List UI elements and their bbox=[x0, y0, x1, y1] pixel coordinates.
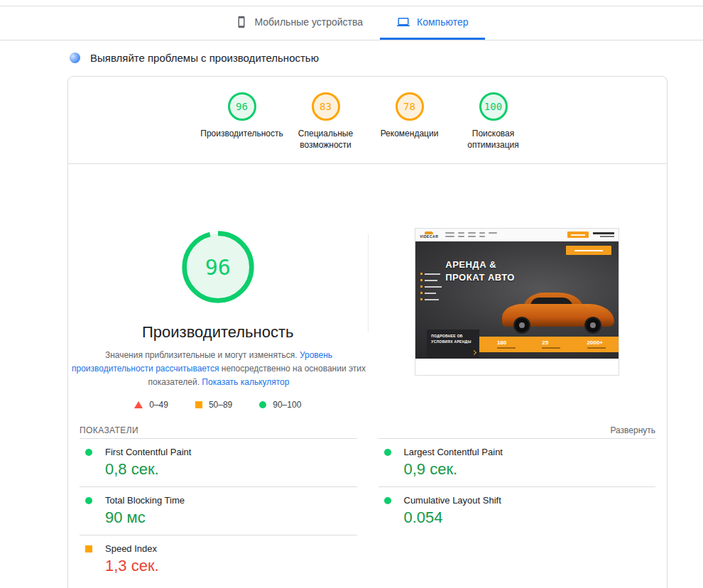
metric-name: First Contentful Paint bbox=[105, 447, 191, 457]
poor-triangle-icon bbox=[134, 401, 143, 408]
average-square-icon bbox=[195, 401, 202, 408]
metric-value: 1,3 сек. bbox=[105, 557, 357, 575]
performance-gauge: 96 bbox=[180, 229, 256, 305]
metric-speed-index: Speed Index 1,3 сек. bbox=[80, 535, 357, 583]
metric-value: 90 мс bbox=[105, 509, 357, 526]
site-nav bbox=[445, 232, 563, 237]
car-image bbox=[502, 290, 614, 334]
score-best-practices[interactable]: 78 Рекомендации bbox=[370, 92, 449, 151]
performance-description: Значения приблизительные и могут изменят… bbox=[68, 349, 369, 388]
gauge-score: 96 bbox=[180, 229, 256, 305]
metric-empty-cell bbox=[378, 535, 656, 583]
tab-mobile[interactable]: Мобильные устройства bbox=[218, 6, 381, 40]
device-tabbar: Мобильные устройства Компьютер bbox=[0, 6, 703, 40]
legend-poor: 0–49 bbox=[134, 400, 168, 410]
score-label: Поисковая оптимизация bbox=[454, 128, 533, 151]
metric-name: Largest Contentful Paint bbox=[404, 447, 503, 457]
score-label: Специальные возможности bbox=[286, 128, 366, 151]
performance-report: 96 Производительность Значения приблизит… bbox=[68, 164, 667, 417]
report-card: 96 Производительность 83 Специальные воз… bbox=[67, 76, 667, 588]
score-label: Производительность bbox=[200, 128, 283, 139]
site-logo-text: VIDECAR bbox=[420, 235, 438, 239]
metric-value: 0.054 bbox=[404, 509, 656, 526]
score-circle: 78 bbox=[396, 92, 424, 121]
legend-average: 50–89 bbox=[195, 400, 232, 410]
page-heading: Выявляйте проблемы с производительностью bbox=[90, 52, 319, 64]
show-calculator-link[interactable]: Показать калькулятор bbox=[202, 377, 289, 387]
metric-name: Speed Index bbox=[105, 544, 157, 554]
metric-name: Cumulative Layout Shift bbox=[404, 496, 501, 506]
category-scores-row: 96 Производительность 83 Специальные воз… bbox=[68, 77, 667, 164]
site-headline: АРЕНДА & ПРОКАТ АВТО bbox=[445, 258, 515, 283]
metric-value: 0,8 сек. bbox=[105, 461, 357, 478]
good-circle-icon bbox=[85, 449, 92, 456]
site-cta-button bbox=[566, 246, 611, 255]
site-stat: 180 bbox=[497, 340, 516, 349]
metrics-title: ПОКАЗАТЕЛИ bbox=[80, 425, 138, 435]
good-circle-icon bbox=[384, 449, 391, 456]
score-label: Рекомендации bbox=[381, 128, 439, 139]
site-side-menu bbox=[420, 273, 442, 300]
legend-label: 50–89 bbox=[209, 400, 232, 410]
desktop-icon bbox=[397, 16, 410, 28]
score-seo[interactable]: 100 Поисковая оптимизация bbox=[454, 92, 533, 151]
tab-label: Мобильные устройства bbox=[255, 16, 364, 28]
mobile-icon bbox=[235, 16, 248, 28]
site-header: VIDECAR bbox=[415, 229, 618, 241]
site-logo: VIDECAR bbox=[420, 232, 438, 239]
score-accessibility[interactable]: 83 Специальные возможности bbox=[286, 92, 366, 151]
expand-button[interactable]: Развернуть bbox=[610, 425, 655, 435]
screenshot-column: VIDECAR bbox=[368, 164, 667, 410]
tab-label: Компьютер bbox=[417, 16, 468, 28]
score-circle: 96 bbox=[228, 92, 256, 121]
top-divider bbox=[0, 0, 703, 6]
site-info-box: ПОДРОБНЕЕ ОБ УСЛОВИЯХ АРЕНДЫ bbox=[427, 330, 479, 358]
metrics-section-header: ПОКАЗАТЕЛИ Развернуть bbox=[80, 425, 655, 435]
description-text: Значения приблизительные и могут изменят… bbox=[105, 350, 300, 360]
score-circle: 83 bbox=[312, 92, 340, 121]
site-screenshot-thumbnail: VIDECAR bbox=[415, 228, 619, 376]
pagespeed-logo-icon bbox=[70, 53, 80, 63]
site-footer bbox=[415, 359, 618, 375]
site-stat: 25 bbox=[542, 340, 560, 349]
site-stats-bar: 180 25 2000+ bbox=[472, 337, 618, 352]
good-circle-icon bbox=[85, 497, 92, 504]
average-square-icon bbox=[85, 545, 92, 552]
site-header-button bbox=[567, 232, 589, 238]
site-phone bbox=[593, 232, 614, 237]
legend-good: 90–100 bbox=[259, 400, 301, 410]
tab-desktop[interactable]: Компьютер bbox=[380, 6, 485, 40]
metric-cumulative-layout-shift: Cumulative Layout Shift 0.054 bbox=[378, 486, 656, 535]
metric-name: Total Blocking Time bbox=[105, 496, 185, 506]
good-circle-icon bbox=[259, 401, 266, 408]
pagespeed-insights-page: Мобильные устройства Компьютер Выявляйте… bbox=[0, 0, 703, 588]
site-stat: 2000+ bbox=[587, 340, 606, 349]
metrics-grid: First Contentful Paint 0,8 сек. Largest … bbox=[80, 438, 655, 583]
legend-label: 0–49 bbox=[149, 400, 168, 410]
metric-largest-contentful-paint: Largest Contentful Paint 0,9 сек. bbox=[378, 438, 656, 486]
gauge-title: Производительность bbox=[68, 323, 368, 342]
score-legend: 0–49 50–89 90–100 bbox=[68, 400, 368, 410]
score-performance[interactable]: 96 Производительность bbox=[202, 92, 282, 151]
metric-first-contentful-paint: First Contentful Paint 0,8 сек. bbox=[80, 438, 357, 486]
metric-value: 0,9 сек. bbox=[404, 461, 656, 478]
score-circle: 100 bbox=[479, 92, 508, 121]
metric-total-blocking-time: Total Blocking Time 90 мс bbox=[80, 486, 357, 535]
legend-label: 90–100 bbox=[273, 400, 301, 410]
site-hero: АРЕНДА & ПРОКАТ АВТО 180 bbox=[415, 241, 618, 360]
gauge-column: 96 Производительность Значения приблизит… bbox=[68, 164, 368, 410]
good-circle-icon bbox=[384, 497, 391, 504]
page-heading-row: Выявляйте проблемы с производительностью bbox=[0, 40, 703, 72]
